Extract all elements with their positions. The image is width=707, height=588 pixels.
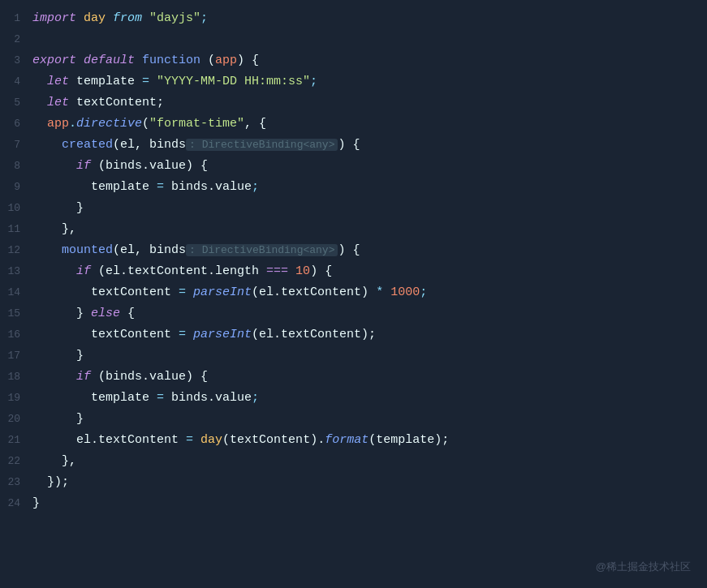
token: el (76, 433, 91, 447)
token: "YYYY-MM-DD HH:mm:ss" (157, 75, 310, 88)
token: parseInt (193, 285, 252, 299)
token (135, 54, 142, 67)
line-number: 1 (0, 11, 28, 28)
line-number: 2 (0, 32, 28, 49)
token: app (47, 117, 69, 131)
token: ( (142, 117, 149, 131)
token (383, 285, 390, 299)
token: = (157, 391, 164, 405)
token: ) { (186, 370, 208, 384)
token: }); (47, 475, 69, 489)
token: if (76, 264, 91, 278)
token: } (32, 496, 40, 510)
line-content: template = binds.value; (28, 388, 707, 408)
line-content (28, 30, 707, 49)
line-number: 14 (0, 285, 28, 302)
line-content: import day from "dayjs"; (28, 9, 707, 28)
line-number: 6 (0, 116, 28, 133)
token: mounted (62, 243, 113, 257)
code-line: 19 template = binds.value; (0, 388, 707, 409)
token: format (325, 433, 369, 447)
token: "dayjs" (149, 11, 200, 25)
line-number: 3 (0, 53, 28, 70)
line-content: app.directive("format-time", { (28, 114, 707, 134)
token: (el.textContent) (252, 285, 376, 299)
line-content: export default function (app) { (28, 51, 707, 71)
token-type-hint: : DirectiveBinding<any> (186, 139, 338, 151)
line-number: 22 (0, 453, 28, 470)
code-line: 8 if (binds.value) { (0, 156, 707, 177)
code-line: 17 } (0, 346, 707, 367)
line-number: 24 (0, 496, 28, 513)
token: ) { (237, 54, 259, 67)
line-number: 11 (0, 221, 28, 238)
line-content: } (28, 199, 707, 218)
token (32, 96, 47, 109)
code-line: 10 } (0, 198, 707, 219)
code-line: 6 app.directive("format-time", { (0, 114, 707, 135)
token (32, 391, 91, 405)
token: if (76, 370, 91, 384)
token: template (69, 75, 142, 88)
token: } (76, 349, 84, 363)
code-line: 5 let textContent; (0, 92, 707, 114)
line-content: let template = "YYYY-MM-DD HH:mm:ss"; (28, 72, 707, 92)
token: parseInt (193, 328, 252, 341)
line-content: if (el.textContent.length === 10) { (28, 262, 707, 281)
token: (template); (369, 433, 449, 447)
token (32, 285, 91, 299)
token (32, 328, 91, 341)
token (32, 180, 91, 194)
token: (el, binds (113, 243, 186, 257)
token: directive (76, 117, 142, 131)
token: default (84, 54, 135, 67)
code-line: 7 created(el, binds: DirectiveBinding<an… (0, 135, 707, 156)
token: value (215, 180, 252, 194)
code-line: 18 if (binds.value) { (0, 367, 707, 388)
line-content: template = binds.value; (28, 178, 707, 197)
line-content: } (28, 494, 707, 513)
line-number: 16 (0, 327, 28, 344)
line-content: textContent = parseInt(el.textContent) *… (28, 283, 707, 303)
token: ; (200, 11, 208, 25)
token: day (200, 433, 222, 447)
code-line: 2 (0, 29, 707, 50)
token: value (215, 391, 252, 405)
code-line: 4 let template = "YYYY-MM-DD HH:mm:ss"; (0, 71, 707, 92)
line-number: 18 (0, 369, 28, 386)
token: textContent (91, 328, 179, 341)
token (186, 285, 193, 299)
line-number: 21 (0, 432, 28, 449)
code-line: 1import day from "dayjs"; (0, 8, 707, 29)
token (32, 243, 62, 257)
line-content: } (28, 346, 707, 366)
line-content: mounted(el, binds: DirectiveBinding<any>… (28, 241, 707, 260)
line-number: 12 (0, 242, 28, 260)
token (288, 264, 295, 278)
token (142, 11, 149, 25)
token: = (186, 433, 193, 447)
token: textContent (91, 285, 179, 299)
token: created (62, 138, 113, 152)
line-content: if (binds.value) { (28, 157, 707, 176)
token (32, 222, 62, 236)
token (32, 454, 62, 468)
token: let (47, 75, 69, 88)
line-content: }, (28, 452, 707, 471)
line-number: 17 (0, 348, 28, 365)
token: ; (420, 285, 427, 299)
token: ; (252, 180, 259, 194)
line-content: created(el, binds: DirectiveBinding<any>… (28, 135, 707, 155)
token: ) { (186, 159, 208, 173)
token: day (84, 11, 106, 25)
token: app (215, 54, 237, 67)
line-number: 15 (0, 306, 28, 323)
token (32, 201, 76, 215)
line-content: } (28, 410, 707, 429)
token (32, 264, 76, 278)
token: binds. (164, 391, 215, 405)
code-line: 15 } else { (0, 303, 707, 324)
token: if (76, 159, 91, 173)
token (76, 11, 84, 25)
token: ) { (338, 138, 360, 152)
